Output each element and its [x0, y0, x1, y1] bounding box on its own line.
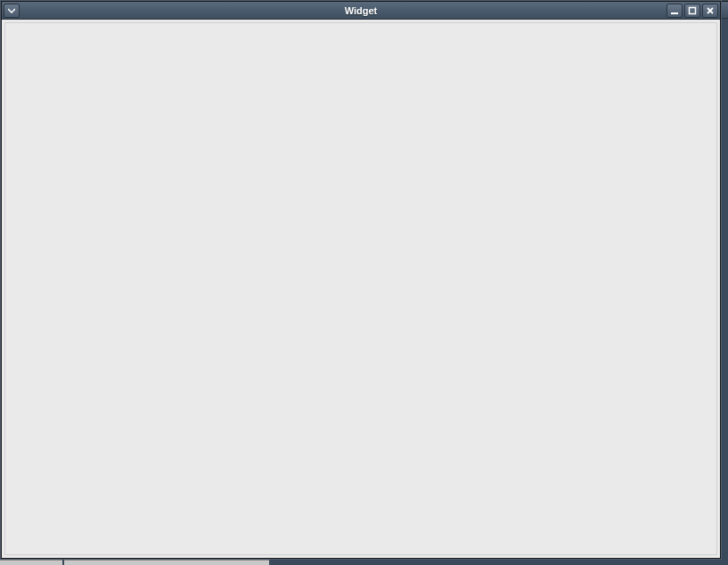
application-window: Widget [1, 1, 721, 559]
desktop: Widget [0, 0, 728, 565]
taskbar-segment[interactable] [64, 560, 269, 565]
titlebar[interactable]: Widget [2, 2, 720, 20]
taskbar-segment[interactable] [0, 560, 62, 565]
close-button[interactable] [702, 4, 718, 18]
window-title: Widget [2, 5, 720, 16]
taskbar [0, 560, 728, 565]
maximize-icon [688, 6, 697, 15]
window-controls [667, 4, 718, 18]
maximize-button[interactable] [684, 4, 700, 18]
minimize-icon [670, 6, 679, 15]
minimize-button[interactable] [667, 4, 683, 18]
chevron-down-icon [8, 8, 15, 13]
svg-rect-1 [690, 8, 696, 14]
window-menu-button[interactable] [4, 4, 20, 18]
window-content-area [4, 22, 717, 555]
background-window-edge [722, 1, 728, 19]
svg-rect-0 [671, 12, 678, 14]
close-icon [706, 6, 715, 15]
